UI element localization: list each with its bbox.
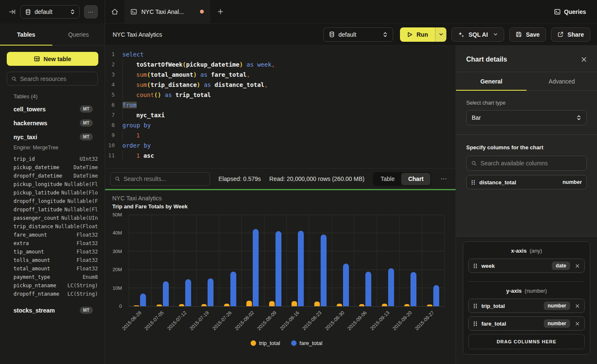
- new-tab-button[interactable]: [210, 0, 230, 23]
- save-button[interactable]: Save: [509, 27, 546, 42]
- gridline: [444, 215, 445, 306]
- column-row[interactable]: tolls_amountFloat32: [0, 256, 105, 264]
- chevron-updown-icon: [576, 115, 581, 121]
- remove-column-button[interactable]: [575, 321, 580, 326]
- code-line: 2toStartOfWeek(pickup_datetime) as week,: [105, 59, 456, 70]
- workspace-more-button[interactable]: ⋯: [84, 5, 98, 19]
- drop-columns-zone[interactable]: DRAG COLUMNS HERE: [468, 334, 585, 349]
- chart-type-select[interactable]: Bar: [466, 110, 587, 125]
- resource-search-input[interactable]: [20, 75, 93, 82]
- tab-tables[interactable]: Tables: [0, 24, 52, 45]
- view-toggle-table[interactable]: Table: [374, 173, 401, 185]
- table-row[interactable]: hackernewsMT: [0, 116, 105, 130]
- column-row[interactable]: passenger_countNullable(UIn: [0, 214, 105, 222]
- bar-fare-total: [411, 272, 416, 306]
- database-icon: [25, 9, 31, 15]
- y-axis-label: 50M: [113, 212, 122, 217]
- tab-advanced[interactable]: Advanced: [527, 72, 597, 90]
- close-icon: [581, 57, 587, 62]
- code-lines: 1select2toStartOfWeek(pickup_datetime) a…: [105, 49, 456, 161]
- column-row[interactable]: payment_typeEnum8: [0, 273, 105, 281]
- main: NYC Taxi Anal... Queries NYC Taxi Analyt…: [105, 0, 597, 364]
- run-options-button[interactable]: [435, 27, 446, 42]
- column-row[interactable]: pickup_latitudeNullable(Flo: [0, 189, 105, 197]
- table-engine-badge: MT: [80, 105, 93, 113]
- workspace-select[interactable]: default: [20, 5, 80, 19]
- bar-group: [377, 215, 399, 306]
- column-name: pickup_latitude: [14, 190, 59, 196]
- column-row[interactable]: dropoff_longitudeNullable(F: [0, 197, 105, 205]
- queries-link[interactable]: Queries: [554, 0, 586, 23]
- legend-item[interactable]: fare_total: [291, 340, 322, 346]
- drag-handle: [473, 263, 477, 269]
- column-row[interactable]: pickup_datetimeDateTime: [0, 163, 105, 172]
- column-row[interactable]: tip_amountFloat32: [0, 248, 105, 256]
- drag-handle-icon: [471, 180, 475, 185]
- ellipsis-icon: ⋯: [440, 175, 447, 182]
- terminal-icon: [554, 8, 561, 15]
- column-search-input[interactable]: [481, 160, 582, 167]
- table-row[interactable]: stocks_streamMT: [0, 303, 105, 317]
- column-row[interactable]: dropoff_ntanameLC(String): [0, 290, 105, 298]
- run-button[interactable]: Run: [400, 27, 435, 42]
- workspace-name: default: [35, 8, 67, 15]
- chip-column-name: trip_total: [481, 303, 540, 309]
- code-line: 91: [105, 130, 456, 140]
- column-row[interactable]: total_amountFloat32: [0, 264, 105, 273]
- x-axis-columns: weekdate: [468, 259, 585, 273]
- home-button[interactable]: [105, 0, 124, 23]
- column-name: extra: [14, 240, 29, 246]
- tab-queries[interactable]: Queries: [52, 24, 105, 45]
- remove-column-button[interactable]: [575, 304, 580, 308]
- bar-fare-total: [433, 285, 439, 306]
- share-button[interactable]: Share: [551, 27, 590, 42]
- collapse-sidebar-button[interactable]: [8, 8, 16, 16]
- bar-trip-total: [359, 304, 365, 306]
- unsaved-dot: [200, 10, 204, 13]
- database-select[interactable]: default: [323, 27, 393, 42]
- axis-column-chip[interactable]: fare_totalnumber: [468, 316, 585, 331]
- chip-type-badge: date: [552, 262, 570, 270]
- view-toggle-chart[interactable]: Chart: [401, 173, 430, 185]
- table-row[interactable]: cell_towersMT: [0, 102, 105, 116]
- chip-column-name: week: [481, 263, 548, 269]
- column-name: dropoff_latitude: [14, 207, 62, 213]
- sql-ai-button[interactable]: SQL AI: [451, 27, 504, 42]
- legend-dot: [291, 340, 297, 346]
- results-search-input[interactable]: [124, 175, 205, 182]
- column-row[interactable]: dropoff_datetimeDateTime: [0, 172, 105, 180]
- results-more-button[interactable]: ⋯: [440, 175, 448, 183]
- chevron-down-icon: [439, 32, 443, 37]
- query-tab[interactable]: NYC Taxi Anal...: [124, 0, 210, 23]
- save-icon: [516, 31, 522, 38]
- available-column-chip[interactable]: distance_totalnumber: [466, 175, 587, 189]
- column-type: Nullable(Float: [55, 224, 98, 229]
- column-row[interactable]: trip_distanceNullable(Float: [0, 222, 105, 231]
- tab-general[interactable]: General: [456, 72, 527, 90]
- axis-column-chip[interactable]: weekdate: [468, 259, 585, 273]
- drag-handle: [471, 180, 475, 185]
- resource-search: [7, 72, 98, 86]
- column-row[interactable]: extraFloat32: [0, 239, 105, 248]
- chip-type-badge: number: [544, 319, 570, 328]
- y-axis-label: 20M: [113, 267, 122, 272]
- bar-fare-total: [365, 272, 371, 307]
- new-table-button[interactable]: New table: [7, 52, 98, 66]
- remove-column-button[interactable]: [575, 264, 580, 268]
- close-panel-button[interactable]: [581, 57, 587, 62]
- table-row[interactable]: nyc_taxiMT: [0, 130, 105, 144]
- bar-trip-total: [404, 304, 410, 306]
- column-row[interactable]: dropoff_latitudeNullable(Fl: [0, 205, 105, 214]
- chip-type-badge: number: [544, 302, 570, 310]
- column-row[interactable]: pickup_ntanameLC(String): [0, 281, 105, 290]
- legend-item[interactable]: trip_total: [251, 340, 280, 346]
- sidebar-tabs: Tables Queries: [0, 24, 105, 46]
- sql-editor[interactable]: 1select2toStartOfWeek(pickup_datetime) a…: [105, 46, 456, 168]
- column-row[interactable]: pickup_longitudeNullable(Fl: [0, 180, 105, 189]
- elapsed-time: Elapsed: 0.579s: [219, 175, 261, 182]
- axis-column-chip[interactable]: trip_totalnumber: [468, 299, 585, 313]
- chart-area: NYC Taxi Analytics Trip and Fare Totals …: [105, 190, 456, 364]
- column-row[interactable]: fare_amountFloat32: [0, 231, 105, 239]
- legend-label: trip_total: [259, 340, 280, 346]
- column-row[interactable]: trip_idUInt32: [0, 155, 105, 163]
